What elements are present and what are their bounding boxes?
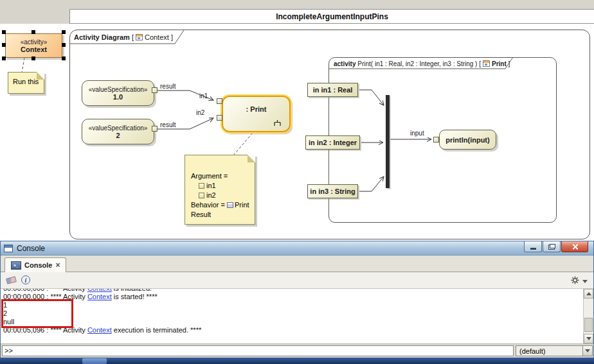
console-input-row: >> (default) — [1, 343, 593, 358]
print-action-name: : Print — [246, 105, 267, 113]
dropdown-arrow-button[interactable] — [582, 346, 592, 356]
console-icon: »_ — [11, 261, 21, 270]
diagram-icon — [136, 34, 143, 40]
gear-dropdown-arrow[interactable] — [582, 280, 588, 283]
value-spec-2-stereotype: «valueSpecification» — [89, 125, 148, 132]
console-output[interactable]: 00:00:00,000 : **** Activity Context is … — [1, 289, 583, 343]
language-dropdown[interactable]: (default) — [516, 345, 593, 356]
chevron-down-icon — [585, 349, 590, 352]
selection-handle[interactable] — [2, 56, 6, 60]
taskbar-item[interactable] — [82, 358, 107, 364]
console-titlebar[interactable]: Console — [1, 241, 593, 256]
context-name: Context — [21, 46, 47, 53]
language-dropdown-value: (default) — [516, 347, 582, 355]
input-pin[interactable] — [433, 137, 439, 143]
console-tab-bar: »_ Console × — [1, 256, 593, 272]
console-line: 1 — [3, 301, 583, 309]
println-action[interactable]: println(input) — [439, 130, 496, 150]
value-spec-1-value: 1.0 — [113, 93, 123, 101]
rake-icon — [273, 119, 282, 126]
in1-input-pin[interactable] — [217, 98, 222, 104]
info-icon[interactable]: i — [21, 275, 30, 284]
note-behavior-line: Behavior = Print — [191, 200, 252, 210]
value-spec-2-value: 2 — [116, 132, 120, 139]
println-action-name: println(input) — [446, 136, 489, 144]
context-link[interactable]: Context — [87, 289, 112, 292]
context-activity-node[interactable]: «activity» Context — [5, 33, 62, 58]
console-toolbar: i — [1, 272, 593, 289]
arrow-down-icon — [586, 337, 591, 340]
argument-note[interactable]: Argument = in1 in2 Behavior = Print Resu… — [184, 155, 255, 225]
print-call-action[interactable]: : Print — [222, 96, 291, 132]
note-arg2: in2 — [199, 191, 252, 200]
diagram-window-title: IncompleteArgumentInputPins — [69, 9, 594, 24]
restore-icon — [548, 244, 555, 250]
run-this-note[interactable]: Run this — [8, 72, 44, 94]
clear-console-button[interactable] — [6, 276, 17, 284]
console-line: null — [3, 318, 583, 326]
inner-frame-header: activity Print( in1 : Real, in2 : Intege… — [334, 59, 510, 68]
console-line: 00:00:00,000 : **** Activity Context is … — [3, 293, 583, 301]
tab-console-label: Console — [24, 261, 52, 269]
selection-handle[interactable] — [62, 30, 66, 34]
result-output-pin[interactable] — [152, 87, 158, 93]
in1-pin-label: in1 — [199, 92, 208, 100]
outer-frame-header: Activity Diagram [ Context ] — [74, 32, 173, 42]
scroll-down-button[interactable] — [584, 334, 593, 343]
selection-handle[interactable] — [2, 30, 6, 34]
value-spec-1-stereotype: «valueSpecification» — [89, 86, 148, 93]
minimize-icon — [530, 248, 536, 250]
selection-handle[interactable] — [32, 56, 35, 60]
console-line: 2 — [3, 309, 583, 318]
anchor-context-runnote[interactable] — [22, 58, 24, 73]
note-arg1: in1 — [199, 181, 252, 191]
activity-parameter-in3[interactable]: in in3 : String — [307, 184, 358, 198]
selection-handle[interactable] — [62, 56, 66, 60]
console-window: Console »_ Console × i — [0, 241, 594, 358]
console-scrollbar[interactable] — [583, 289, 593, 343]
diagram-icon — [483, 60, 490, 67]
in2-input-pin[interactable] — [217, 115, 222, 121]
window-controls — [523, 241, 588, 255]
selection-handle[interactable] — [2, 43, 6, 47]
console-window-icon — [4, 245, 13, 252]
gear-icon[interactable] — [571, 276, 579, 284]
diagram-canvas[interactable]: «activity» Context Run this Activity Dia… — [0, 24, 594, 241]
context-stereotype: «activity» — [21, 39, 48, 46]
tab-close-icon[interactable]: × — [55, 261, 60, 270]
behavior-icon — [227, 202, 233, 208]
tab-console[interactable]: »_ Console × — [4, 257, 66, 272]
pin-icon — [199, 193, 204, 198]
close-icon — [572, 243, 579, 250]
note-result-line: Result — [191, 210, 252, 220]
activity-parameter-in1[interactable]: in in1 : Real — [307, 83, 358, 97]
input-pin-label: input — [410, 130, 424, 137]
minimize-button[interactable] — [524, 241, 542, 252]
pin-icon — [199, 183, 204, 189]
close-button[interactable] — [561, 241, 588, 252]
restore-button[interactable] — [543, 241, 561, 252]
value-spec-2-node[interactable]: «valueSpecification» 2 — [82, 119, 154, 144]
scrollbar-thumb[interactable] — [584, 318, 593, 332]
context-link[interactable]: Context — [87, 326, 112, 334]
console-line: 00:00:05,096 : **** Activity Context exe… — [3, 326, 583, 334]
result-pin-label: result — [160, 121, 176, 128]
fork-node[interactable] — [386, 95, 390, 188]
note-argument-line: Argument = — [191, 171, 252, 181]
selection-handle[interactable] — [32, 30, 35, 34]
run-note-text: Run this — [13, 78, 39, 85]
scroll-up-button[interactable] — [584, 289, 593, 299]
arrow-up-icon — [586, 292, 591, 295]
result-pin-label: result — [160, 83, 176, 90]
activity-parameter-in2[interactable]: in in2 : Integer — [305, 135, 360, 150]
taskbar[interactable] — [0, 358, 594, 364]
result-output-pin[interactable] — [152, 126, 158, 132]
value-spec-1-node[interactable]: «valueSpecification» 1.0 — [82, 80, 154, 106]
console-prompt-input[interactable]: >> — [2, 345, 514, 356]
selection-handle[interactable] — [62, 43, 66, 47]
context-link[interactable]: Context — [87, 293, 112, 300]
screen: IncompleteArgumentInputPins «activity» C… — [0, 0, 594, 364]
in2-pin-label: in2 — [196, 109, 204, 116]
console-window-title: Console — [17, 244, 45, 253]
